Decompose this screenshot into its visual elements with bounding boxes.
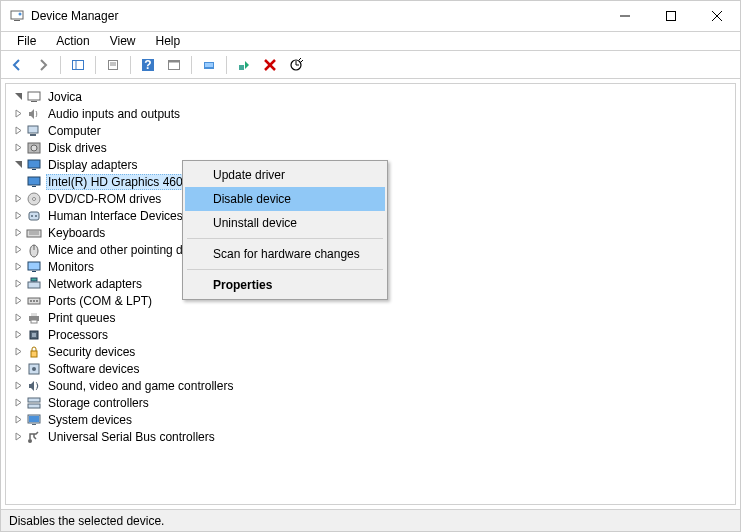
tree-node-label: Universal Serial Bus controllers	[46, 430, 217, 444]
update-driver-button[interactable]	[197, 54, 221, 76]
tree-node-label: Monitors	[46, 260, 96, 274]
tree-expander[interactable]	[12, 397, 24, 409]
tree-expander[interactable]	[12, 244, 24, 256]
back-button[interactable]	[5, 54, 29, 76]
action-button[interactable]	[162, 54, 186, 76]
svg-point-58	[32, 367, 36, 371]
show-hide-tree-button[interactable]	[66, 54, 90, 76]
tree-root[interactable]: Jovica	[8, 88, 733, 105]
context-menu-uninstall-device[interactable]: Uninstall device	[185, 211, 385, 235]
tree-category[interactable]: Sound, video and game controllers	[8, 377, 733, 394]
svg-point-49	[33, 300, 35, 302]
tree-expander[interactable]	[12, 261, 24, 273]
tree-node-label: Processors	[46, 328, 110, 342]
status-text: Disables the selected device.	[9, 514, 164, 528]
help-button[interactable]: ?	[136, 54, 160, 76]
svg-rect-15	[169, 60, 180, 62]
tree-expander[interactable]	[12, 346, 24, 358]
menu-help[interactable]: Help	[148, 32, 189, 50]
tree-node-label: Network adapters	[46, 277, 144, 291]
minimize-button[interactable]	[602, 1, 648, 31]
security-icon	[26, 344, 42, 360]
context-menu-update-driver[interactable]: Update driver	[185, 163, 385, 187]
context-menu-item-label: Update driver	[213, 168, 285, 182]
network-icon	[26, 276, 42, 292]
tree-node-label: Software devices	[46, 362, 141, 376]
context-menu-properties[interactable]: Properties	[185, 273, 385, 297]
tree-expander[interactable]	[12, 193, 24, 205]
tree-expander[interactable]	[12, 363, 24, 375]
svg-rect-43	[32, 271, 36, 272]
svg-rect-52	[31, 313, 37, 316]
tree-category[interactable]: Audio inputs and outputs	[8, 105, 733, 122]
svg-rect-25	[30, 134, 36, 136]
menu-file[interactable]: File	[9, 32, 44, 50]
tree-node-label: Intel(R) HD Graphics 4600	[46, 174, 191, 190]
printer-icon	[26, 310, 42, 326]
tree-expander[interactable]	[12, 108, 24, 120]
tree-expander[interactable]	[12, 159, 24, 171]
context-menu-item-label: Properties	[213, 278, 272, 292]
tree-category[interactable]: Security devices	[8, 343, 733, 360]
monitor-icon	[26, 259, 42, 275]
tree-expander[interactable]	[12, 414, 24, 426]
maximize-button[interactable]	[648, 1, 694, 31]
svg-point-64	[28, 439, 32, 443]
device-tree-panel[interactable]: Jovica Audio inputs and outputs Computer…	[5, 83, 736, 505]
context-menu-scan-hardware[interactable]: Scan for hardware changes	[185, 242, 385, 266]
tree-category[interactable]: Software devices	[8, 360, 733, 377]
speaker-icon	[26, 106, 42, 122]
tree-expander[interactable]	[12, 278, 24, 290]
tree-expander[interactable]	[12, 125, 24, 137]
svg-point-35	[31, 215, 33, 217]
menu-view[interactable]: View	[102, 32, 144, 50]
enable-device-button[interactable]	[232, 54, 256, 76]
svg-point-36	[35, 215, 37, 217]
tree-node-label: Disk drives	[46, 141, 109, 155]
tree-node-label: Ports (COM & LPT)	[46, 294, 154, 308]
software-icon	[26, 361, 42, 377]
close-button[interactable]	[694, 1, 740, 31]
svg-rect-28	[28, 160, 40, 168]
toolbar-separator	[130, 56, 131, 74]
tree-node-label: Storage controllers	[46, 396, 151, 410]
tree-expander[interactable]	[12, 91, 24, 103]
context-menu-disable-device[interactable]: Disable device	[185, 187, 385, 211]
scan-hardware-button[interactable]	[284, 54, 308, 76]
tree-category[interactable]: Universal Serial Bus controllers	[8, 428, 733, 445]
tree-category[interactable]: Computer	[8, 122, 733, 139]
tree-category[interactable]: System devices	[8, 411, 733, 428]
tree-category[interactable]: Disk drives	[8, 139, 733, 156]
context-menu-item-label: Scan for hardware changes	[213, 247, 360, 261]
tree-expander[interactable]	[12, 380, 24, 392]
svg-rect-44	[28, 282, 40, 288]
tree-node-label: Human Interface Devices	[46, 209, 185, 223]
menu-action[interactable]: Action	[48, 32, 97, 50]
forward-button[interactable]	[31, 54, 55, 76]
tree-category[interactable]: Print queues	[8, 309, 733, 326]
keyboard-icon	[26, 225, 42, 241]
dvd-icon	[26, 191, 42, 207]
tree-expander[interactable]	[12, 312, 24, 324]
tree-category[interactable]: Processors	[8, 326, 733, 343]
tree-expander[interactable]	[12, 431, 24, 443]
tree-expander-none	[12, 176, 24, 188]
tree-node-label: Display adapters	[46, 158, 139, 172]
properties-button[interactable]	[101, 54, 125, 76]
tree-expander[interactable]	[12, 227, 24, 239]
toolbar-separator	[191, 56, 192, 74]
toolbar: ?	[1, 51, 740, 79]
tree-category[interactable]: Storage controllers	[8, 394, 733, 411]
toolbar-separator	[226, 56, 227, 74]
uninstall-device-button[interactable]	[258, 54, 282, 76]
toolbar-separator	[95, 56, 96, 74]
tree-expander[interactable]	[12, 142, 24, 154]
tree-node-label: Print queues	[46, 311, 117, 325]
status-bar: Disables the selected device.	[1, 509, 740, 531]
tree-expander[interactable]	[12, 295, 24, 307]
svg-rect-7	[73, 60, 84, 69]
tree-expander[interactable]	[12, 329, 24, 341]
tree-expander[interactable]	[12, 210, 24, 222]
sound-icon	[26, 378, 42, 394]
svg-rect-0	[11, 11, 23, 19]
